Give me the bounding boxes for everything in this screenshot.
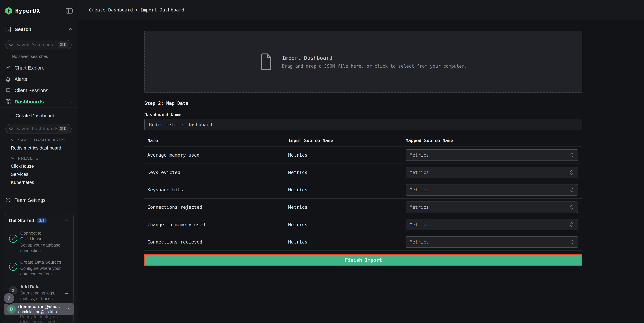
create-dashboard-button[interactable]: + Create Dashboard (10, 111, 54, 120)
saved-dashboards-header[interactable]: SAVED DASHBOARDS (11, 138, 65, 142)
chevron-up-icon (64, 219, 69, 223)
saved-searches-input[interactable] (16, 42, 58, 47)
col-header-mapped-source: Mapped Source Name (406, 138, 582, 143)
select-chevrons-icon (569, 186, 574, 193)
dashboard-name-label: Dashboard Name (144, 112, 582, 117)
dashboard-name-input[interactable] (144, 119, 582, 130)
sidebar-section-dashboards[interactable]: Dashboards (5, 97, 73, 106)
logo-row: HyperDX (5, 5, 73, 16)
select-chevrons-icon (569, 204, 574, 211)
gear-icon (5, 197, 11, 203)
user-account-chip[interactable]: D dominic.tran@clic... dominic.tran@clic… (4, 303, 74, 315)
avatar: D (7, 305, 16, 314)
step-deploy-title-line2: ClickHouse Cloud? (20, 320, 57, 323)
help-button[interactable]: ? (4, 293, 14, 304)
dashboards-icon (5, 99, 11, 105)
search-icon (9, 42, 14, 47)
mapped-source-select[interactable]: Metrics (406, 219, 578, 230)
chevron-down-icon (11, 157, 15, 160)
row-input-source: Metrics (288, 187, 406, 192)
saved-dashboards-search[interactable]: ⌘K (6, 124, 72, 133)
sidebar-item-clickhouse-preset[interactable]: ClickHouse (11, 164, 34, 169)
sidebar-item-team-settings[interactable]: Team Settings (5, 195, 73, 205)
row-input-source: Metrics (288, 205, 406, 210)
step-title: Create Data Sources (20, 259, 64, 265)
select-chevrons-icon (569, 169, 574, 176)
chart-explorer-icon (5, 65, 11, 71)
select-chevrons-icon (569, 221, 574, 228)
presets-header[interactable]: PRESETS (11, 156, 39, 161)
search-icon (9, 126, 14, 131)
row-name: Connections rejected (144, 205, 288, 210)
no-saved-searches-note: No saved searches (12, 54, 48, 59)
check-circle-icon (9, 262, 18, 271)
col-header-input-source: Input Source Name (288, 138, 406, 143)
chevron-down-icon (11, 138, 15, 142)
chevron-right-icon (66, 307, 70, 312)
bell-icon (5, 76, 11, 82)
table-row: Keys evicted Metrics Metrics (144, 164, 582, 181)
step-desc: Configure where your data comes from (20, 266, 64, 277)
dropzone-subtitle: Drag and drop a JSON file here, or click… (282, 64, 467, 69)
sidebar-item-alerts[interactable]: Alerts (5, 74, 73, 84)
row-name: Average memory used (144, 152, 288, 158)
laptop-icon (5, 87, 11, 93)
progress-badge: 2/3 (37, 218, 46, 223)
file-icon (260, 53, 272, 70)
sidebar-item-client-sessions[interactable]: Client Sessions (5, 86, 73, 95)
sidebar-section-search[interactable]: Search (5, 25, 73, 34)
saved-dashboards-input[interactable] (16, 126, 58, 131)
topbar: Create Dashboard>Import Dashboard (78, 0, 644, 20)
row-input-source: Metrics (288, 152, 406, 158)
sidebar-item-chart-explorer[interactable]: Chart Explorer (5, 63, 73, 72)
mapped-source-select[interactable]: Metrics (406, 184, 578, 196)
step-desc: Start sending logs, metrics, or traces (20, 290, 56, 302)
saved-searches-search[interactable]: ⌘K (6, 40, 72, 49)
mapped-source-select[interactable]: Metrics (406, 236, 578, 248)
json-dropzone[interactable]: Import Dashboard Drag and drop a JSON fi… (144, 31, 582, 93)
row-input-source: Metrics (288, 170, 406, 175)
sidebar-collapse-icon[interactable] (66, 7, 73, 14)
source-mapping-table: Name Input Source Name Mapped Source Nam… (144, 138, 582, 251)
app-title: HyperDX (15, 7, 40, 14)
mapped-source-select[interactable]: Metrics (406, 167, 578, 178)
row-input-source: Metrics (288, 239, 406, 245)
sidebar: HyperDX Search ⌘K No saved searches (0, 0, 78, 323)
table-header-row: Name Input Source Name Mapped Source Nam… (144, 138, 582, 146)
table-row: Keyspace hits Metrics Metrics (144, 181, 582, 199)
row-name: Change in memory used (144, 222, 288, 227)
get-started-header[interactable]: Get Started 2/3 (9, 218, 69, 223)
user-email: dominic.tran@clickho... (18, 309, 60, 315)
step-add-data[interactable]: 3 Add Data Start sending logs, metrics, … (9, 284, 69, 302)
row-name: Connections recieved (144, 239, 288, 245)
row-input-source: Metrics (288, 222, 406, 227)
hyperdx-logo-icon (5, 7, 12, 15)
select-chevrons-icon (569, 239, 574, 245)
breadcrumb: Create Dashboard>Import Dashboard (89, 7, 184, 12)
step-connect-clickhouse[interactable]: Connect to ClickHouse Set up your databa… (9, 230, 69, 254)
sidebar-item-redis-dashboard[interactable]: Redis metrics dashboard (11, 145, 61, 151)
table-row: Average memory used Metrics Metrics (144, 146, 582, 164)
select-chevrons-icon (569, 152, 574, 158)
keyboard-shortcut-badge: ⌘K (58, 41, 68, 48)
sidebar-dashboards-label: Dashboards (14, 99, 44, 105)
arrow-right-icon: → (64, 290, 69, 296)
breadcrumb-create-dashboard[interactable]: Create Dashboard (89, 7, 133, 12)
step-2-label: Step 2: Map Data (144, 101, 582, 106)
plus-icon: + (10, 113, 13, 119)
keyboard-shortcut-badge: ⌘K (58, 126, 68, 132)
chevron-up-icon (68, 27, 73, 31)
breadcrumb-separator: > (135, 7, 138, 12)
import-dashboard-page: Import Dashboard Drag and drop a JSON fi… (144, 20, 582, 266)
table-row: Connections recieved Metrics Metrics (144, 233, 582, 251)
sidebar-divider (0, 35, 78, 35)
check-circle-icon (9, 234, 18, 243)
mapped-source-select[interactable]: Metrics (406, 149, 578, 161)
sidebar-item-kubernetes-preset[interactable]: Kubernetes (11, 180, 34, 185)
sidebar-search-label: Search (14, 26, 32, 32)
table-row: Connections rejected Metrics Metrics (144, 199, 582, 216)
mapped-source-select[interactable]: Metrics (406, 202, 578, 213)
step-create-data-sources[interactable]: Create Data Sources Configure where your… (9, 259, 69, 277)
sidebar-item-services-preset[interactable]: Services (11, 172, 28, 177)
finish-import-button[interactable]: Finish Import (144, 254, 582, 266)
